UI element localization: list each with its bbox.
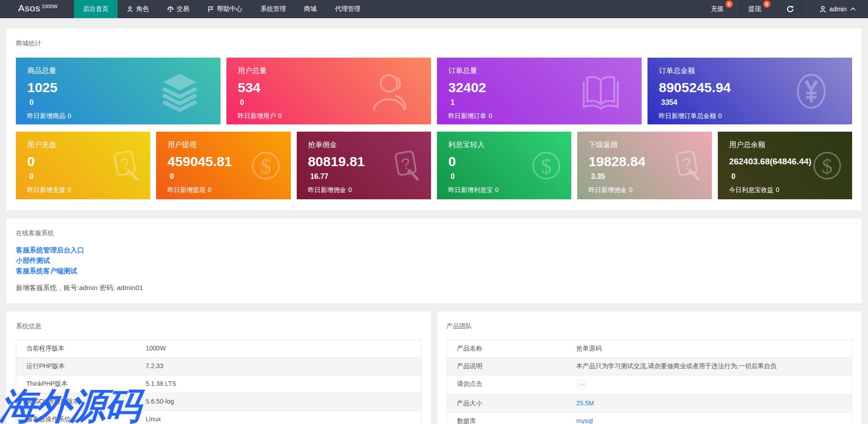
user-menu[interactable]: admin: [806, 0, 868, 18]
system-info-row: 服务器操作系统Linux: [16, 411, 421, 424]
system-info-label: ThinkPHP版本: [16, 375, 136, 393]
system-info-table: 当前程序版本1000W运行PHP版本7.2.33ThinkPHP版本5.1.38…: [16, 340, 422, 424]
service-link-2[interactable]: 小部件测试: [16, 255, 852, 266]
note-icon: ?: [669, 148, 705, 183]
system-info-row: MySQL数据库版本5.6.50-log: [16, 393, 421, 411]
system-info-row: ThinkPHP版本5.1.38 LTS: [16, 375, 421, 393]
product-team-label: 产品名称: [447, 340, 566, 357]
product-team-label: 数据库: [447, 413, 566, 424]
recharge-button[interactable]: 充值 0: [698, 0, 736, 18]
customer-service-links: 客服系统管理后台入口小部件测试客服系统客户端测试: [16, 245, 852, 276]
mall-stats-title: 商城统计: [16, 39, 852, 48]
top-navbar: Asos 1000W 后台首页角色交易帮助中心系统管理商城代理管理 充值 0 提…: [0, 0, 868, 18]
stat-card-interest-in: 利息宝转入00昨日新增利息宝0$: [437, 132, 571, 199]
stat-card-users: 用户总量5340昨日新增用户0: [226, 58, 431, 124]
service-link-3[interactable]: 客服系统客户端测试: [16, 266, 852, 276]
product-team-label: 产品大小: [447, 395, 566, 412]
system-info-value-text: 7.2.33: [146, 362, 163, 370]
stat-line-yesterday: 昨日新增佣金0: [308, 183, 431, 197]
app-logo[interactable]: Asos 1000W: [0, 0, 74, 18]
product-team-value: 本产品只为学习测试交流,请勿要做商业或者用于违法行为,一切后果自负: [566, 358, 852, 375]
product-team-row: 数据库mysql: [447, 413, 852, 424]
app-logo-version: 1000W: [42, 4, 58, 9]
dollar-icon: $: [248, 148, 284, 183]
withdraw-button[interactable]: 提现 0: [736, 0, 774, 18]
product-team-row: 产品名称抢单源码: [447, 340, 852, 358]
withdraw-badge: 0: [763, 0, 770, 8]
flag-icon: [207, 6, 214, 13]
system-info-label: 服务器操作系统: [16, 411, 136, 424]
customer-service-note: 新增客服系统，账号:admin 密码: admin01: [16, 284, 852, 292]
system-info-label: 运行PHP版本: [16, 358, 136, 375]
layers-icon: [158, 69, 201, 113]
nav-item-label: 系统管理: [260, 5, 286, 13]
nav-item-label: 帮助中心: [217, 5, 242, 13]
nav-item-home[interactable]: 后台首页: [74, 0, 118, 18]
system-info-value-text: Linux: [146, 415, 161, 423]
nav-item-role[interactable]: 角色: [118, 0, 158, 18]
product-team-row: 产品大小25.5M: [447, 395, 852, 413]
stat-line-yesterday: 今日利息宝收益0: [729, 183, 852, 197]
nav-item-help[interactable]: 帮助中心: [198, 0, 251, 18]
stat-card-withdraw: 用户提现459045.810昨日新增提现0$: [156, 132, 290, 199]
person-icon: [127, 6, 133, 13]
product-team-value: 抢单源码: [566, 340, 852, 357]
svg-text:$: $: [260, 154, 271, 178]
product-team-value: 404: [566, 375, 852, 394]
mall-stats-panel: 商城统计 商品总量10250昨日新增商品0用户总量5340昨日新增用户0订单总量…: [6, 29, 862, 210]
user-icon: [368, 69, 412, 113]
refresh-icon: [786, 5, 794, 13]
svg-text:$: $: [822, 154, 832, 178]
stat-line-yesterday: 昨日新增利息宝0: [448, 183, 571, 197]
nav-item-system[interactable]: 系统管理: [251, 0, 295, 18]
nav-item-mall[interactable]: 商城: [295, 0, 326, 18]
stat-card-orders: 订单总量324021昨日新增订单0: [437, 58, 642, 124]
product-team-value-link[interactable]: mysql: [576, 417, 593, 424]
stat-line-yesterday: 昨日新增提现0: [167, 183, 290, 197]
scales-icon: [167, 6, 174, 13]
recharge-badge: 0: [726, 0, 733, 8]
nav-item-label: 交易: [177, 5, 189, 13]
stat-card-recharge: 用户充值00昨日新增充值0?: [16, 132, 150, 199]
product-team-label: 产品说明: [447, 358, 566, 375]
yen-icon: [790, 69, 833, 113]
refresh-button[interactable]: [774, 0, 806, 18]
stat-line-yesterday: 昨日新增佣金0: [588, 183, 711, 197]
nav-item-label: 角色: [136, 5, 149, 13]
system-info-row: 运行PHP版本7.2.33: [16, 358, 421, 375]
stat-card-products: 商品总量10250昨日新增商品0: [16, 58, 221, 124]
stats-row-1: 商品总量10250昨日新增商品0用户总量5340昨日新增用户0订单总量32402…: [16, 58, 852, 124]
person-icon: [819, 5, 827, 13]
main-content: 商城统计 商品总量10250昨日新增商品0用户总量5340昨日新增用户0订单总量…: [0, 18, 868, 424]
user-name: admin: [829, 5, 847, 13]
stats-row-2: 用户充值00昨日新增充值0?用户提现459045.810昨日新增提现0$抢单佣金…: [16, 132, 852, 199]
note-icon: ?: [388, 148, 424, 183]
broken-image-icon: 404: [576, 380, 586, 390]
app-logo-text: Asos: [18, 3, 40, 14]
system-info-title: 系统信息: [16, 322, 422, 330]
product-team-row: 请勿点击404: [447, 375, 852, 395]
system-info-row: 当前程序版本1000W: [16, 340, 421, 358]
stat-card-grab-commission: 抢单佣金80819.8116.77昨日新增佣金0?: [297, 132, 431, 199]
system-info-value: 5.6.50-log: [136, 393, 421, 410]
product-team-value-link[interactable]: 25.5M: [576, 399, 594, 407]
service-link-1[interactable]: 客服系统管理后台入口: [16, 245, 852, 255]
product-team-label: 请勿点击: [447, 375, 566, 394]
system-info-label: MySQL数据库版本: [16, 393, 136, 410]
recharge-label: 充值: [711, 5, 724, 13]
stat-card-balance: 用户总余额262403.68(64846.44)0今日利息宝收益0$: [718, 132, 852, 199]
nav-item-agent[interactable]: 代理管理: [326, 0, 369, 18]
product-team-value-text: 本产品只为学习测试交流,请勿要做商业或者用于违法行为,一切后果自负: [576, 362, 777, 370]
dollar-icon: $: [529, 148, 564, 183]
chevron-up-icon: [850, 7, 856, 11]
stat-line-yesterday: 昨日新增充值0: [27, 183, 150, 197]
product-team-title: 产品团队: [446, 322, 852, 330]
book-icon: [579, 69, 623, 113]
product-team-panel: 产品团队 产品名称抢单源码产品说明本产品只为学习测试交流,请勿要做商业或者用于违…: [437, 311, 862, 424]
nav-item-trade[interactable]: 交易: [158, 0, 198, 18]
system-info-value: Linux: [136, 411, 421, 424]
withdraw-label: 提现: [749, 5, 761, 13]
system-info-value-text: 5.6.50-log: [146, 398, 174, 405]
nav-menu: 后台首页角色交易帮助中心系统管理商城代理管理: [74, 0, 369, 18]
svg-text:$: $: [541, 154, 552, 178]
